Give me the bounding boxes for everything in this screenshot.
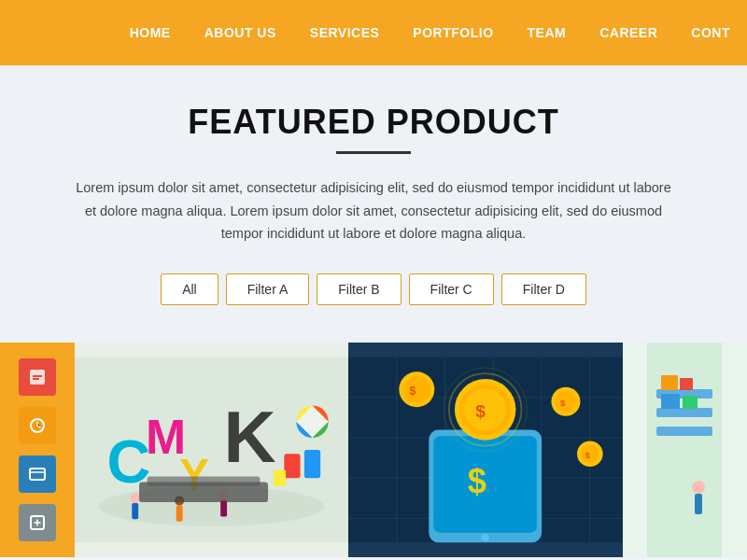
svg-rect-57 <box>656 427 712 436</box>
svg-rect-12 <box>284 454 300 478</box>
svg-text:$: $ <box>468 462 486 500</box>
svg-rect-2 <box>33 378 39 380</box>
svg-point-37 <box>482 534 490 542</box>
filter-c[interactable]: Filter C <box>409 273 494 305</box>
svg-rect-60 <box>661 394 680 409</box>
svg-rect-14 <box>274 469 286 485</box>
svg-rect-20 <box>220 500 227 516</box>
svg-text:$: $ <box>585 451 590 460</box>
product-cell-right[interactable] <box>623 343 747 557</box>
left-edge-panel <box>0 343 75 557</box>
svg-rect-59 <box>680 378 693 390</box>
nav-item-career[interactable]: CAREER <box>583 0 674 65</box>
nav-item-about[interactable]: ABOUT US <box>188 0 293 65</box>
svg-text:$: $ <box>476 401 486 421</box>
svg-rect-56 <box>656 408 712 417</box>
svg-rect-54 <box>647 343 722 557</box>
svg-point-44 <box>403 376 430 403</box>
edge-icon-red <box>19 358 56 396</box>
hero-section: FEATURED PRODUCT Lorem ipsum dolor sit a… <box>0 65 747 343</box>
filter-b[interactable]: Filter B <box>317 273 401 305</box>
svg-point-47 <box>556 391 576 412</box>
svg-rect-13 <box>304 450 320 478</box>
svg-rect-18 <box>176 505 183 521</box>
nav-item-home[interactable]: HOME <box>113 0 188 65</box>
svg-text:$: $ <box>410 385 416 398</box>
edge-icon-gray <box>19 504 56 541</box>
svg-rect-63 <box>695 494 702 514</box>
svg-rect-22 <box>148 476 261 485</box>
svg-rect-16 <box>132 503 138 519</box>
edge-icon-blue <box>19 455 56 493</box>
navbar: HOME ABOUT US SERVICES PORTFOLIO TEAM CA… <box>0 0 747 65</box>
edge-icon-orange <box>19 407 56 444</box>
svg-point-62 <box>692 481 705 494</box>
product-cell-cmyk[interactable]: K C M Y <box>75 343 348 557</box>
product-grid: K C M Y <box>0 343 747 557</box>
svg-text:$: $ <box>560 397 566 407</box>
product-cell-coins[interactable]: $ $ $ $ $ <box>348 343 622 557</box>
filter-bar: All Filter A Filter B Filter C Filter D <box>75 273 672 305</box>
svg-rect-4 <box>30 469 45 480</box>
nav-item-portfolio[interactable]: PORTFOLIO <box>396 0 510 65</box>
filter-all[interactable]: All <box>161 273 218 305</box>
hero-title: FEATURED PRODUCT <box>75 103 672 142</box>
hero-underline <box>336 151 411 154</box>
svg-rect-61 <box>683 396 698 409</box>
svg-point-15 <box>131 494 140 503</box>
svg-rect-58 <box>661 375 678 390</box>
filter-d[interactable]: Filter D <box>501 273 586 305</box>
hero-description: Lorem ipsum dolor sit amet, consectetur … <box>75 176 672 245</box>
nav-item-contact[interactable]: CONT <box>674 0 747 65</box>
svg-text:K: K <box>224 397 276 477</box>
svg-rect-1 <box>33 375 42 377</box>
nav-item-services[interactable]: SERVICES <box>293 0 397 65</box>
filter-a[interactable]: Filter A <box>226 273 310 305</box>
svg-point-50 <box>582 445 599 463</box>
nav-item-team[interactable]: TEAM <box>511 0 584 65</box>
nav-links: HOME ABOUT US SERVICES PORTFOLIO TEAM CA… <box>113 0 747 65</box>
